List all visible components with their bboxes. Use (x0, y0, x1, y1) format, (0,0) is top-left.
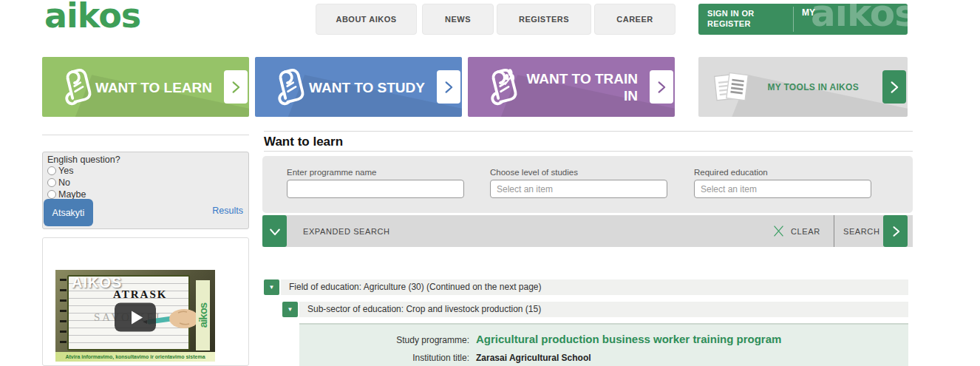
triangle-down-icon: ▼ (269, 284, 275, 291)
poll-option-yes[interactable]: Yes (47, 166, 73, 176)
radio-icon[interactable] (47, 190, 56, 199)
banner-title: WANT TO TRAIN IN (520, 70, 638, 104)
chevron-right-icon[interactable] (882, 70, 906, 104)
banner-title: MY TOOLS IN AIKOS (718, 78, 859, 95)
my-aikos-watermark: aikos (811, 4, 908, 35)
radio-icon[interactable] (47, 178, 56, 187)
poll-option-label: Yes (58, 166, 73, 176)
chevron-right-icon (888, 224, 903, 239)
play-button[interactable] (115, 303, 156, 332)
nav-registers[interactable]: REGISTERS (497, 4, 591, 35)
aikos-logo[interactable]: aikos (44, 0, 140, 35)
nav-career[interactable]: CAREER (594, 4, 676, 35)
poll-option-no[interactable]: No (47, 177, 70, 188)
poll-submit-button[interactable]: Atsakyti (44, 199, 93, 226)
divider (42, 135, 249, 135)
banner-my-tools-in-aikos[interactable]: MY TOOLS IN AIKOS (698, 57, 908, 117)
scroll-feather-icon (480, 66, 523, 109)
level-of-studies-label: Choose level of studies (490, 168, 667, 177)
chevron-right-icon[interactable] (224, 70, 248, 104)
video-caption: Atvira informavimo, konsultavimo ir orie… (55, 352, 215, 362)
divider (834, 215, 834, 247)
divider (264, 131, 913, 132)
video-thumbnail[interactable]: AIKOS ATRASK SAVO KEL aikos Atvira infor… (55, 270, 215, 362)
chevron-right-icon[interactable] (650, 70, 673, 104)
search-form-panel: Enter programme name Choose level of stu… (262, 156, 913, 213)
banner-title: WANT TO STUDY (307, 78, 425, 95)
sub-sector-group: Sub-sector of education: Crop and livest… (299, 302, 908, 317)
nav-news[interactable]: NEWS (422, 4, 494, 35)
banner-want-to-learn[interactable]: WANT TO LEARN (42, 57, 249, 117)
expanded-search-bar: EXPANDED SEARCH CLEAR SEARCH (262, 215, 913, 247)
spiral-binding (60, 279, 67, 348)
clear-button[interactable]: CLEAR (772, 215, 820, 247)
level-of-studies-select[interactable] (490, 180, 667, 198)
study-programme-label: Study programme: (299, 335, 469, 345)
play-icon (132, 311, 143, 324)
search-button[interactable] (883, 215, 908, 247)
aikos-homepage: aikos ABOUT AIKOS NEWS REGISTERS CAREER … (0, 0, 980, 366)
aikos-side-strip: aikos (196, 280, 210, 350)
expanded-search-label: EXPANDED SEARCH (303, 227, 390, 236)
video-text-line1: ATRASK (113, 288, 167, 301)
poll-widget: English question? Yes No Maybe Atsakyti … (42, 152, 249, 229)
programme-name-label: Enter programme name (287, 168, 464, 177)
programme-name-input[interactable] (287, 180, 464, 198)
radio-icon[interactable] (47, 166, 56, 175)
group-label: Field of education: Agriculture (30) (Co… (289, 282, 542, 292)
sign-in-label: SIGN IN OR REGISTER (707, 8, 789, 29)
nav-about-aikos[interactable]: ABOUT AIKOS (316, 4, 417, 35)
institution-title-value: Zarasai Agricultural School (476, 353, 908, 363)
required-education-label: Required education (694, 168, 871, 177)
sign-in-register-button[interactable]: SIGN IN OR REGISTER MY aikos (698, 4, 908, 35)
collapse-subgroup-button[interactable]: ▼ (282, 302, 298, 317)
page-title: Want to learn (264, 135, 343, 149)
expand-search-button[interactable] (262, 215, 287, 247)
divider (793, 7, 794, 32)
video-card: AIKOS ATRASK SAVO KEL aikos Atvira infor… (42, 237, 249, 366)
scroll-icon (267, 66, 310, 109)
collapse-group-button[interactable]: ▼ (264, 279, 279, 295)
programme-result-card: Study programme: Agricultural production… (299, 323, 908, 366)
clear-label: CLEAR (791, 227, 820, 236)
poll-option-maybe[interactable]: Maybe (47, 189, 86, 200)
poll-question: English question? (47, 155, 120, 165)
triangle-down-icon: ▼ (287, 306, 293, 313)
x-icon (772, 225, 785, 237)
field-of-education-group: Field of education: Agriculture (30) (Co… (281, 279, 908, 295)
poll-option-label: Maybe (58, 189, 86, 200)
banner-want-to-study[interactable]: WANT TO STUDY (255, 57, 462, 117)
banner-title: WANT TO LEARN (94, 78, 212, 95)
scroll-icon (54, 66, 97, 109)
group-label: Sub-sector of education: Crop and livest… (307, 304, 541, 314)
poll-option-label: No (58, 177, 70, 188)
banner-want-to-train-in[interactable]: WANT TO TRAIN IN (468, 57, 675, 117)
poll-results-link[interactable]: Results (212, 206, 243, 216)
chevron-right-icon[interactable] (437, 70, 460, 104)
study-programme-link[interactable]: Agricultural production business worker … (476, 333, 908, 345)
required-education-select[interactable] (694, 180, 871, 198)
institution-title-label: Institution title: (299, 353, 469, 363)
divider (264, 151, 913, 152)
chevron-down-icon (268, 224, 282, 239)
search-label[interactable]: SEARCH (843, 227, 879, 236)
aikos-side-text: aikos (197, 303, 209, 328)
